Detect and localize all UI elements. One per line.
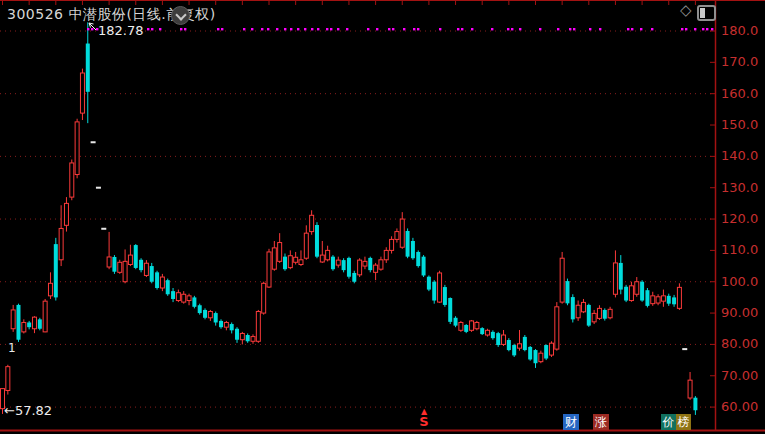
signal-dot (184, 28, 186, 30)
signal-dot (694, 28, 696, 30)
signal-dot (87, 28, 89, 30)
axis-label: 60.00 (721, 400, 765, 414)
signal-dot (439, 28, 441, 30)
candle-body (294, 257, 298, 262)
axis-label: 130.0 (721, 181, 765, 195)
price-board-badge[interactable]: 价 (661, 414, 676, 430)
candle-body (443, 287, 447, 305)
candle-body (470, 321, 474, 330)
signal-dot (376, 28, 378, 30)
candle-body (667, 296, 671, 304)
candlestick-chart[interactable] (0, 0, 765, 434)
signal-dot (337, 28, 339, 30)
candle-body (123, 261, 127, 281)
diamond-icon[interactable]: ◇ (680, 2, 692, 19)
candle-dash (682, 348, 687, 350)
candle-body (70, 163, 74, 197)
candle-body (112, 257, 116, 272)
candle-body (208, 312, 212, 318)
low-annotation: ←57.82 (4, 404, 52, 418)
candle-body (27, 322, 31, 327)
candle-body (597, 308, 601, 318)
signal-dot (326, 28, 328, 30)
candle-body (549, 343, 553, 355)
candle-body (176, 293, 180, 301)
signal-dot (573, 28, 575, 30)
axis-label: 140.0 (721, 149, 765, 163)
limit-up-badge[interactable]: 涨 (593, 414, 609, 430)
signal-dot (304, 28, 306, 30)
axis-label: 80.00 (721, 337, 765, 351)
candle-body (422, 257, 426, 276)
candle-body (693, 398, 697, 411)
axis-label: 110.0 (721, 243, 765, 257)
candle-body (171, 291, 175, 299)
signal-dot (711, 28, 713, 30)
signal-dot (284, 28, 286, 30)
candle-body (661, 296, 665, 301)
signal-dot (267, 28, 269, 30)
candle-body (374, 265, 378, 272)
candle-body (22, 322, 26, 331)
candle-body (656, 297, 660, 303)
candle-body (278, 243, 282, 262)
candle-body (459, 322, 463, 330)
candle-body (491, 332, 495, 338)
candle-body (624, 287, 628, 301)
signal-dot (243, 28, 245, 30)
candle-body (230, 324, 234, 330)
candle-body (315, 225, 319, 257)
candle-body (608, 309, 612, 317)
candle-body (400, 219, 404, 247)
candle-body (645, 290, 649, 306)
candle-body (534, 350, 538, 363)
candle-body (144, 263, 148, 275)
candle-body (219, 321, 223, 327)
panel-toggle-icon[interactable] (697, 5, 716, 21)
candle-body (336, 260, 340, 265)
finance-report-badge[interactable]: 财 (563, 414, 579, 430)
signal-dot (276, 28, 278, 30)
high-annotation: 182.78 (98, 24, 144, 38)
signal-dot (651, 28, 653, 30)
candle-body (256, 312, 260, 342)
signal-dot (640, 28, 642, 30)
stock-chart-window: 300526 中潜股份(日线.前复权) ◇ 180.0170.0160.0150… (0, 0, 765, 434)
candle-body (688, 380, 692, 398)
candle-body (235, 329, 239, 340)
candle-body (54, 244, 58, 297)
signal-dot (403, 28, 405, 30)
signal-dot (599, 28, 601, 30)
candle-body (299, 260, 303, 265)
candle-body (43, 301, 47, 332)
candle-body (571, 297, 575, 319)
candle-body (283, 257, 287, 270)
arrow-left-icon: ← (4, 403, 15, 418)
candle-body (155, 272, 159, 288)
candle-body (523, 337, 527, 350)
candle-body (198, 305, 202, 313)
candle-body (64, 203, 68, 225)
signal-dot (180, 28, 182, 30)
candle-body (80, 73, 84, 113)
candle-dash (96, 187, 101, 189)
candle-body (267, 252, 271, 287)
candle-body (192, 297, 196, 306)
candle-body (75, 122, 79, 175)
candle-body (304, 233, 308, 258)
candle-body (581, 302, 585, 311)
candle-body (262, 283, 266, 313)
rank-board-badge[interactable]: 榜 (676, 414, 691, 430)
signal-dot (151, 28, 153, 30)
candle-body (358, 260, 362, 275)
candle-body (160, 277, 164, 288)
candle-body (518, 344, 522, 348)
candle-body (576, 305, 580, 318)
candle-body (640, 282, 644, 301)
chevron-down-icon[interactable] (171, 6, 190, 25)
dividend-marker[interactable]: ▲ S (417, 408, 431, 428)
signal-dot (519, 28, 521, 30)
candle-body (528, 347, 532, 360)
panel-fill (700, 8, 705, 18)
note-marker[interactable]: 1 (8, 341, 16, 355)
